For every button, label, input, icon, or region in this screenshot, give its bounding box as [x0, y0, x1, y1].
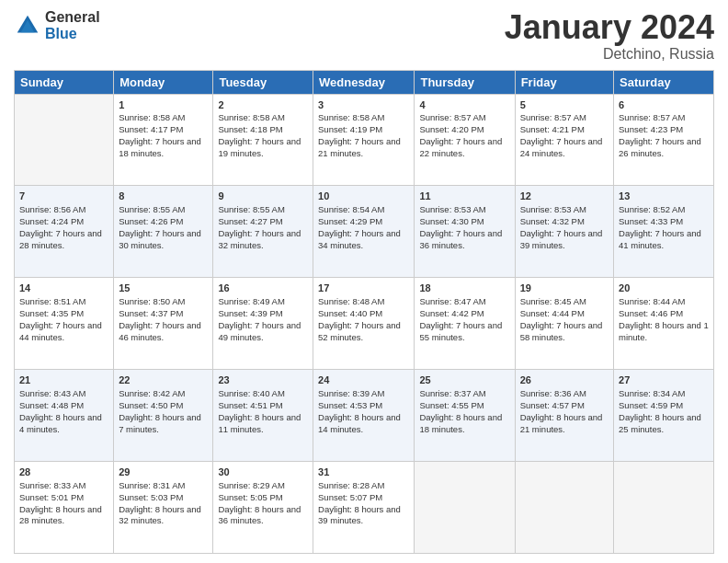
table-row: 21Sunrise: 8:43 AMSunset: 4:48 PMDayligh…	[15, 370, 114, 462]
table-row: 11Sunrise: 8:53 AMSunset: 4:30 PMDayligh…	[415, 186, 515, 278]
sunset-text: Sunset: 4:17 PM	[119, 124, 183, 134]
day-number: 18	[419, 282, 509, 295]
sunrise-text: Sunrise: 8:37 AM	[419, 388, 485, 398]
table-row: 4Sunrise: 8:57 AMSunset: 4:20 PMDaylight…	[415, 94, 515, 186]
sunrise-text: Sunrise: 8:52 AM	[619, 204, 685, 214]
daylight-text: Daylight: 7 hours and 32 minutes.	[218, 228, 301, 250]
day-number: 27	[619, 373, 709, 387]
table-row: 25Sunrise: 8:37 AMSunset: 4:55 PMDayligh…	[415, 370, 515, 462]
col-monday: Monday	[114, 70, 213, 94]
daylight-text: Daylight: 8 hours and 1 minute.	[619, 320, 709, 342]
month-title: January 2024	[505, 9, 714, 46]
calendar-week-row: 28Sunrise: 8:33 AMSunset: 5:01 PMDayligh…	[15, 462, 714, 554]
table-row: 16Sunrise: 8:49 AMSunset: 4:39 PMDayligh…	[213, 278, 313, 370]
day-number: 10	[318, 190, 409, 203]
day-number: 25	[419, 373, 509, 387]
sunrise-text: Sunrise: 8:31 AM	[119, 480, 185, 490]
daylight-text: Daylight: 8 hours and 18 minutes.	[419, 412, 502, 434]
sunset-text: Sunset: 4:18 PM	[218, 124, 282, 134]
day-number: 7	[19, 190, 108, 203]
day-number: 19	[520, 282, 609, 295]
logo-blue-text: Blue	[45, 26, 100, 42]
table-row: 8Sunrise: 8:55 AMSunset: 4:26 PMDaylight…	[114, 186, 213, 278]
day-number: 23	[218, 373, 308, 387]
table-row: 1Sunrise: 8:58 AMSunset: 4:17 PMDaylight…	[114, 94, 213, 186]
col-tuesday: Tuesday	[213, 70, 313, 94]
day-number: 1	[119, 98, 208, 112]
daylight-text: Daylight: 8 hours and 4 minutes.	[19, 412, 102, 434]
logo-icon	[14, 12, 41, 40]
calendar-week-row: 14Sunrise: 8:51 AMSunset: 4:35 PMDayligh…	[15, 278, 714, 370]
daylight-text: Daylight: 7 hours and 19 minutes.	[218, 136, 301, 158]
day-number: 13	[619, 190, 709, 203]
daylight-text: Daylight: 7 hours and 24 minutes.	[520, 136, 603, 158]
calendar-table: Sunday Monday Tuesday Wednesday Thursday…	[14, 70, 714, 554]
day-number: 14	[19, 282, 108, 295]
sunset-text: Sunset: 4:21 PM	[520, 124, 585, 134]
day-number: 29	[119, 465, 208, 479]
sunrise-text: Sunrise: 8:50 AM	[119, 296, 185, 306]
logo-text: General Blue	[45, 9, 100, 41]
sunrise-text: Sunrise: 8:54 AM	[318, 204, 384, 214]
daylight-text: Daylight: 8 hours and 39 minutes.	[318, 504, 401, 526]
table-row	[415, 462, 515, 554]
daylight-text: Daylight: 8 hours and 21 minutes.	[520, 412, 603, 434]
daylight-text: Daylight: 8 hours and 36 minutes.	[218, 504, 301, 526]
table-row: 3Sunrise: 8:58 AMSunset: 4:19 PMDaylight…	[313, 94, 415, 186]
sunrise-text: Sunrise: 8:44 AM	[619, 296, 685, 306]
sunset-text: Sunset: 4:27 PM	[218, 216, 282, 226]
col-friday: Friday	[515, 70, 613, 94]
sunset-text: Sunset: 4:33 PM	[619, 216, 683, 226]
day-number: 11	[419, 190, 509, 203]
table-row: 23Sunrise: 8:40 AMSunset: 4:51 PMDayligh…	[213, 370, 313, 462]
daylight-text: Daylight: 7 hours and 18 minutes.	[119, 136, 201, 158]
col-wednesday: Wednesday	[313, 70, 415, 94]
table-row: 14Sunrise: 8:51 AMSunset: 4:35 PMDayligh…	[15, 278, 114, 370]
header: General Blue January 2024 Detchino, Russ…	[14, 9, 714, 63]
table-row: 29Sunrise: 8:31 AMSunset: 5:03 PMDayligh…	[114, 462, 213, 554]
sunrise-text: Sunrise: 8:57 AM	[619, 112, 685, 122]
table-row: 17Sunrise: 8:48 AMSunset: 4:40 PMDayligh…	[313, 278, 415, 370]
day-number: 16	[218, 282, 308, 295]
daylight-text: Daylight: 7 hours and 22 minutes.	[419, 136, 502, 158]
sunset-text: Sunset: 4:40 PM	[318, 308, 382, 318]
day-number: 30	[218, 465, 308, 479]
daylight-text: Daylight: 7 hours and 30 minutes.	[119, 228, 201, 250]
table-row: 10Sunrise: 8:54 AMSunset: 4:29 PMDayligh…	[313, 186, 415, 278]
table-row: 22Sunrise: 8:42 AMSunset: 4:50 PMDayligh…	[114, 370, 213, 462]
sunrise-text: Sunrise: 8:57 AM	[520, 112, 586, 122]
day-number: 15	[119, 282, 208, 295]
sunrise-text: Sunrise: 8:55 AM	[119, 204, 185, 214]
sunrise-text: Sunrise: 8:58 AM	[318, 112, 384, 122]
table-row: 12Sunrise: 8:53 AMSunset: 4:32 PMDayligh…	[515, 186, 613, 278]
sunset-text: Sunset: 4:42 PM	[419, 308, 483, 318]
sunset-text: Sunset: 4:30 PM	[419, 216, 483, 226]
title-section: January 2024 Detchino, Russia	[505, 9, 714, 63]
daylight-text: Daylight: 7 hours and 34 minutes.	[318, 228, 401, 250]
sunrise-text: Sunrise: 8:55 AM	[218, 204, 284, 214]
day-number: 6	[619, 98, 709, 112]
sunrise-text: Sunrise: 8:40 AM	[218, 388, 284, 398]
sunset-text: Sunset: 4:50 PM	[119, 400, 183, 410]
sunset-text: Sunset: 4:26 PM	[119, 216, 183, 226]
day-number: 20	[619, 282, 709, 295]
sunrise-text: Sunrise: 8:36 AM	[520, 388, 586, 398]
day-number: 12	[520, 190, 609, 203]
sunrise-text: Sunrise: 8:53 AM	[419, 204, 485, 214]
sunset-text: Sunset: 4:44 PM	[520, 308, 585, 318]
daylight-text: Daylight: 8 hours and 7 minutes.	[119, 412, 201, 434]
sunrise-text: Sunrise: 8:58 AM	[119, 112, 185, 122]
day-number: 22	[119, 373, 208, 387]
sunrise-text: Sunrise: 8:42 AM	[119, 388, 185, 398]
sunset-text: Sunset: 4:37 PM	[119, 308, 183, 318]
sunset-text: Sunset: 4:39 PM	[218, 308, 282, 318]
table-row: 5Sunrise: 8:57 AMSunset: 4:21 PMDaylight…	[515, 94, 613, 186]
daylight-text: Daylight: 7 hours and 39 minutes.	[520, 228, 603, 250]
sunset-text: Sunset: 5:01 PM	[19, 492, 84, 502]
table-row: 26Sunrise: 8:36 AMSunset: 4:57 PMDayligh…	[515, 370, 613, 462]
sunset-text: Sunset: 5:07 PM	[318, 492, 382, 502]
daylight-text: Daylight: 7 hours and 41 minutes.	[619, 228, 701, 250]
day-number: 28	[19, 465, 108, 479]
table-row: 9Sunrise: 8:55 AMSunset: 4:27 PMDaylight…	[213, 186, 313, 278]
sunrise-text: Sunrise: 8:58 AM	[218, 112, 284, 122]
